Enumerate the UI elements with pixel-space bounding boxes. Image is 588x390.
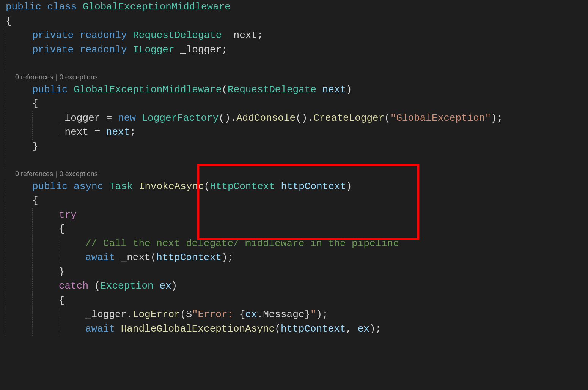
code-line[interactable]: await _next(httpContext); — [0, 251, 588, 265]
variable-ref: next — [106, 126, 130, 138]
code-line[interactable]: { — [0, 294, 588, 308]
code-line[interactable]: } — [0, 140, 588, 154]
codelens[interactable]: 0 references|0 exceptions — [0, 168, 588, 180]
codelens-references[interactable]: 0 references — [15, 170, 53, 178]
method-call: CreateLogger — [313, 112, 384, 124]
keyword-try: try — [59, 209, 77, 221]
code-line[interactable]: { — [0, 97, 588, 111]
argument: httpContext — [281, 323, 346, 335]
codelens-exceptions[interactable]: 0 exceptions — [60, 73, 98, 81]
codelens-separator: | — [55, 73, 57, 81]
brace: } — [32, 141, 38, 152]
code-line[interactable]: { — [0, 222, 588, 237]
keyword-private: private — [32, 44, 74, 55]
code-line[interactable]: // Call the next delegate/ middleware in… — [0, 237, 588, 251]
codelens[interactable]: 0 references|0 exceptions — [0, 71, 588, 83]
argument: httpContext — [156, 252, 222, 263]
method-call: HandleGlobalExceptionAsync — [121, 323, 275, 335]
code-line[interactable]: public GlobalExceptionMiddleware(Request… — [0, 83, 588, 97]
keyword-public: public — [6, 1, 41, 13]
interp-var: ex — [245, 309, 257, 320]
code-line[interactable]: try — [0, 208, 588, 223]
blank-line[interactable] — [0, 154, 588, 168]
codelens-exceptions[interactable]: 0 exceptions — [60, 170, 98, 178]
code-line[interactable]: private readonly RequestDelegate _next; — [0, 28, 588, 43]
string-literal: " — [310, 309, 316, 320]
argument: ex — [358, 323, 369, 335]
class-name: GlobalExceptionMiddleware — [83, 1, 231, 13]
method-name: InvokeAsync — [139, 181, 204, 192]
type-name: ILogger — [133, 44, 174, 55]
brace: { — [32, 98, 38, 109]
brace: { — [6, 16, 12, 27]
code-editor[interactable]: public class GlobalExceptionMiddleware {… — [0, 0, 588, 336]
codelens-separator: | — [55, 170, 57, 178]
keyword-readonly: readonly — [80, 30, 127, 41]
field-ref: _next — [121, 252, 151, 263]
constructor-name: GlobalExceptionMiddleware — [74, 84, 222, 95]
brace: { — [32, 195, 38, 206]
code-line[interactable]: public async Task InvokeAsync(HttpContex… — [0, 180, 588, 194]
param-name: httpContext — [281, 181, 346, 192]
type-name: LoggerFactory — [141, 112, 219, 124]
code-line[interactable]: } — [0, 265, 588, 279]
exception-type: Exception — [100, 280, 153, 292]
field-ref: _logger — [85, 309, 127, 320]
code-line[interactable]: private readonly ILogger _logger; — [0, 43, 588, 57]
code-line[interactable]: _logger = new LoggerFactory().AddConsole… — [0, 111, 588, 126]
code-line[interactable]: await HandleGlobalExceptionAsync(httpCon… — [0, 322, 588, 336]
code-line[interactable]: { — [0, 14, 588, 29]
codelens-references[interactable]: 0 references — [15, 73, 53, 81]
keyword-readonly: readonly — [80, 44, 127, 55]
code-line[interactable]: _logger.LogError($"Error: {ex.Message}")… — [0, 308, 588, 322]
brace: { — [59, 223, 65, 235]
method-call: AddConsole — [236, 112, 296, 124]
param-type: HttpContext — [210, 181, 275, 192]
code-line[interactable]: _next = next; — [0, 125, 588, 140]
keyword-catch: catch — [59, 280, 88, 292]
brace: { — [59, 295, 65, 306]
exception-var: ex — [159, 280, 171, 292]
keyword-private: private — [32, 30, 74, 41]
comment: // Call the next delegate/ middleware in… — [85, 238, 399, 249]
string-literal: "Error: — [192, 309, 239, 320]
return-type: Task — [109, 181, 133, 192]
string-literal: "GlobalException" — [390, 112, 491, 124]
code-line[interactable]: { — [0, 194, 588, 208]
blank-line[interactable] — [0, 57, 588, 71]
keyword-async: async — [74, 181, 103, 192]
field-name: _next — [228, 30, 257, 41]
interp-property: Message — [263, 309, 304, 320]
method-call: LogError — [133, 309, 180, 320]
type-name: RequestDelegate — [133, 30, 222, 41]
keyword-class: class — [47, 1, 77, 13]
keyword-public: public — [32, 181, 68, 192]
field-ref: _logger — [59, 112, 100, 124]
code-line[interactable]: catch (Exception ex) — [0, 279, 588, 294]
keyword-public: public — [32, 84, 68, 95]
keyword-new: new — [118, 112, 136, 124]
param-type: RequestDelegate — [228, 84, 316, 95]
field-name: _logger — [180, 44, 222, 55]
field-ref: _next — [59, 126, 88, 138]
brace: } — [59, 266, 65, 278]
param-name: next — [322, 84, 346, 95]
keyword-await: await — [85, 323, 115, 335]
code-line[interactable]: public class GlobalExceptionMiddleware — [0, 0, 588, 14]
keyword-await: await — [85, 252, 115, 263]
